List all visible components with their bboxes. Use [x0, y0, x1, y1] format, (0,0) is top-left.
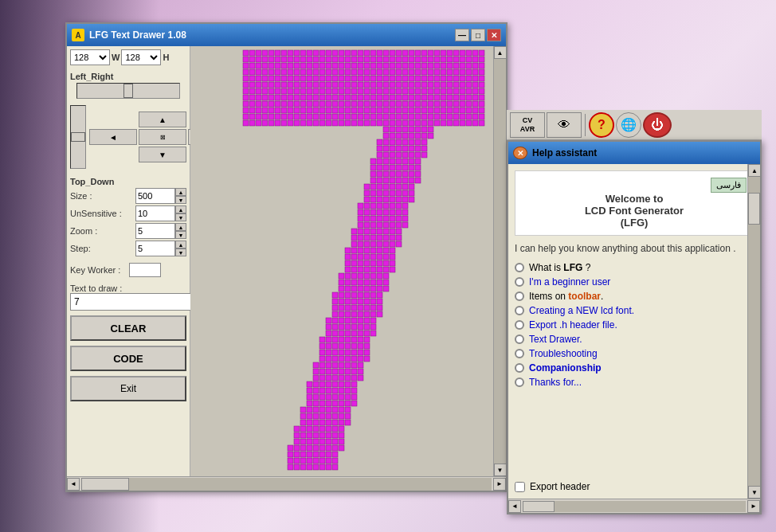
zoom-param-row: Zoom : ▲ ▼ [70, 223, 186, 239]
link-item-2: Items on toolbar. [515, 291, 754, 302]
unsensitive-label: UnSensitive : [70, 209, 126, 218]
text-draw-row: Text to draw : A [70, 284, 186, 311]
h-scroll-thumb [81, 478, 129, 491]
bullet-6 [515, 349, 524, 358]
globe-button[interactable]: 🌐 [616, 112, 641, 138]
close-button[interactable]: ✕ [487, 29, 501, 41]
link-text-7[interactable]: Companionship [529, 362, 602, 374]
height-select[interactable]: 1286432 [121, 49, 161, 65]
scroll-left-arrow[interactable]: ◄ [67, 478, 80, 491]
size-param-row: Size : ▲ ▼ [70, 188, 186, 204]
nav-center-btn[interactable]: ⊠ [139, 129, 186, 145]
help-button[interactable]: ? [589, 112, 614, 138]
toolbar-link[interactable]: toolbar [568, 291, 601, 302]
nav-down-btn[interactable]: ▼ [139, 147, 186, 162]
unsensitive-input[interactable] [135, 205, 175, 221]
link-item-4: Export .h header file. [515, 319, 754, 331]
help-content: فارسی Welcome to LCD Font Generator (LFG… [508, 164, 760, 499]
size-input[interactable] [135, 188, 175, 204]
lfg-window-icon: A [72, 29, 84, 41]
size-row: 1286432 W 1286432 H [70, 49, 186, 65]
zoom-spin-down[interactable]: ▼ [175, 231, 186, 239]
help-header-box: فارسی Welcome to LCD Font Generator (LFG… [515, 170, 754, 236]
lr-section-label: Left_Right [70, 72, 186, 81]
help-scroll-up[interactable]: ▲ [748, 164, 760, 177]
nav-left-btn[interactable]: ◄ [89, 129, 137, 145]
zoom-control: ▲ ▼ [135, 223, 186, 239]
lfg-controls-panel: 1286432 W 1286432 H Left_Right ▲ ◄ [67, 46, 190, 476]
link-text-1[interactable]: I'm a beginner user [529, 276, 610, 288]
globe-icon: 🌐 [621, 117, 637, 132]
scroll-up-arrow[interactable]: ▲ [494, 46, 507, 59]
help-scroll-down[interactable]: ▼ [748, 486, 760, 499]
unsensitive-spin: ▲ ▼ [175, 205, 186, 221]
cv-avr-button[interactable]: CV AVR [510, 112, 545, 138]
scroll-track[interactable] [494, 59, 506, 464]
link-text-2: Items on toolbar. [529, 291, 603, 302]
step-spin-down[interactable]: ▼ [175, 248, 186, 256]
lfg-main-content: 1286432 W 1286432 H Left_Right ▲ ◄ [67, 46, 506, 476]
cv-avr-label: CV [523, 116, 533, 124]
unsensitive-spin-down[interactable]: ▼ [175, 213, 186, 221]
bullet-2 [515, 291, 524, 301]
lr-slider[interactable] [76, 83, 180, 99]
unsensitive-param-row: UnSensitive : ▲ ▼ [70, 205, 186, 221]
scroll-down-arrow[interactable]: ▼ [494, 464, 507, 476]
help-intro: I can help you know anything about this … [515, 242, 754, 256]
zoom-spin-up[interactable]: ▲ [175, 223, 186, 231]
app-toolbar: CV AVR 👁 ? 🌐 ⏻ [507, 110, 762, 140]
width-label: W [112, 53, 120, 62]
link-text-0: What is LFG ? [529, 262, 590, 273]
width-select[interactable]: 1286432 [70, 49, 110, 65]
farsi-button[interactable]: فارسی [711, 178, 747, 193]
link-text-3[interactable]: Creating a NEW lcd font. [529, 305, 634, 316]
text-draw-label: Text to draw : [70, 284, 186, 293]
size-spin-up[interactable]: ▲ [175, 188, 186, 196]
size-param-label: Size : [70, 191, 126, 201]
power-button[interactable]: ⏻ [643, 112, 672, 138]
help-hscroll-left[interactable]: ◄ [508, 500, 521, 513]
key-worker-row: Key Worker : [70, 263, 186, 277]
zoom-input[interactable] [135, 223, 175, 239]
eye-button[interactable]: 👁 [547, 112, 582, 138]
bullet-3 [515, 306, 524, 315]
clear-button[interactable]: CLEAR [70, 315, 186, 341]
toolbar-sep-1 [585, 114, 586, 136]
v-slider[interactable] [70, 105, 86, 169]
link-text-6[interactable]: Troubleshooting [529, 348, 598, 359]
bullet-0 [515, 263, 524, 272]
help-window: ✕ Help assistant فارسی Welcome to LCD Fo… [507, 140, 762, 514]
nav-up-btn[interactable]: ▲ [139, 111, 186, 127]
pixel-canvas [190, 46, 493, 476]
link-text-8[interactable]: Thanks for... [529, 377, 582, 388]
unsensitive-spin-up[interactable]: ▲ [175, 205, 186, 213]
v-slider-row: ▲ ◄ ⊠ ► ▼ [70, 105, 186, 169]
size-param-control: ▲ ▼ [135, 188, 186, 204]
help-close-button[interactable]: ✕ [513, 147, 527, 159]
link-text-4[interactable]: Export .h header file. [529, 319, 617, 331]
h-scroll-track[interactable] [81, 478, 492, 491]
help-hscroll-track[interactable] [523, 501, 746, 512]
scroll-right-arrow[interactable]: ► [493, 478, 506, 491]
help-scrollbar: ▲ ▼ [747, 164, 760, 499]
step-input[interactable] [135, 241, 175, 256]
link-text-5[interactable]: Text Drawer. [529, 334, 582, 345]
export-header-label: Export header [530, 481, 590, 492]
help-hscroll-right[interactable]: ► [747, 500, 760, 513]
link-item-8: Thanks for... [515, 377, 754, 388]
lfg-bold: LFG [563, 262, 582, 273]
help-hscroll-thumb [523, 501, 555, 512]
lfg-titlebar: A LFG Text Drawer 1.08 — □ ✕ [67, 24, 506, 46]
exit-button[interactable]: Exit [70, 376, 186, 401]
maximize-button[interactable]: □ [471, 29, 485, 41]
minimize-button[interactable]: — [455, 29, 469, 41]
step-control: ▲ ▼ [135, 241, 186, 256]
right-panel: CV AVR 👁 ? 🌐 ⏻ ✕ Help assistant فارسی [507, 110, 762, 514]
help-scroll-track[interactable] [748, 177, 760, 486]
export-header-checkbox[interactable] [515, 482, 525, 492]
step-spin-up[interactable]: ▲ [175, 241, 186, 248]
text-draw-input[interactable] [70, 293, 198, 311]
size-spin-down[interactable]: ▼ [175, 196, 186, 204]
code-button[interactable]: CODE [70, 346, 186, 371]
bullet-1 [515, 277, 524, 287]
